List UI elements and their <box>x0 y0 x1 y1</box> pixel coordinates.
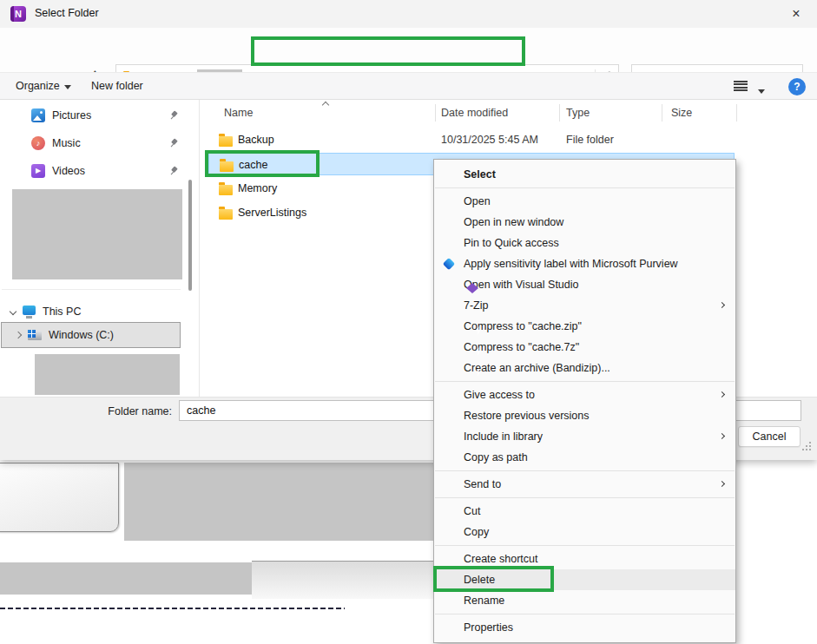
column-header-size[interactable]: Size <box>671 103 692 122</box>
background-dashed-line <box>0 608 345 609</box>
menu-item-copy-as-path[interactable]: Copy as path <box>434 447 735 468</box>
chevron-collapsed-icon <box>15 332 22 338</box>
sidebar-scrollbar[interactable] <box>188 180 192 291</box>
help-button[interactable]: ? <box>788 78 806 95</box>
menu-separator <box>435 381 735 382</box>
menu-item-label: 7-Zip <box>464 299 488 312</box>
menu-item-compress-zip[interactable]: Compress to "cache.zip" <box>434 316 735 337</box>
menu-item-label: Apply sensitivity label with Microsoft P… <box>464 258 678 270</box>
menu-item-include-in-library[interactable]: Include in library <box>434 426 735 447</box>
menu-item-restore-previous-versions[interactable]: Restore previous versions <box>434 405 735 426</box>
sidebar-item-windows-c[interactable]: Windows (C:) <box>1 322 181 348</box>
menu-item-label: Pin to Quick access <box>464 237 559 249</box>
command-toolbar: Organize New folder ? <box>0 72 817 100</box>
menu-item-cut[interactable]: Cut <box>434 501 735 522</box>
background-window-surface <box>252 561 433 599</box>
column-header-type[interactable]: Type <box>566 103 590 122</box>
column-divider[interactable] <box>662 104 662 122</box>
menu-item-create-shortcut[interactable]: Create shortcut <box>434 549 735 569</box>
menu-item-label: Properties <box>464 621 513 634</box>
sidebar-item-music[interactable]: ♪ Music <box>0 131 184 155</box>
menu-item-properties[interactable]: Properties <box>434 617 735 638</box>
folder-name-label: Folder name: <box>83 401 172 422</box>
menu-item-open-in-new-window[interactable]: Open in new window <box>434 212 735 233</box>
folder-icon <box>219 209 233 220</box>
menu-item-send-to[interactable]: Send to <box>434 474 735 495</box>
pictures-icon <box>31 108 45 122</box>
submenu-arrow-icon <box>719 302 725 308</box>
file-name: Memory <box>238 177 277 200</box>
menu-item-pin-to-quick-access[interactable]: Pin to Quick access <box>434 233 735 253</box>
menu-item-label: Open in new window <box>464 216 563 228</box>
redacted-block <box>0 562 252 595</box>
menu-item-create-archive-bandizip[interactable]: Create an archive (Bandizip)... <box>434 358 735 378</box>
change-view-icon[interactable] <box>734 81 748 92</box>
close-icon[interactable]: × <box>782 3 810 25</box>
menu-separator <box>435 497 735 498</box>
music-icon: ♪ <box>31 136 45 150</box>
organize-label: Organize <box>16 80 60 92</box>
menu-item-label: Create shortcut <box>464 553 537 565</box>
menu-item-label: Give access to <box>464 389 535 401</box>
menu-item-label: Compress to "cache.zip" <box>464 320 582 332</box>
sidebar-item-this-pc[interactable]: This PC <box>0 299 184 324</box>
menu-item-give-access-to[interactable]: Give access to <box>434 384 735 405</box>
submenu-arrow-icon <box>719 481 725 487</box>
file-name: cache <box>239 154 267 176</box>
menu-item-label: Create an archive (Bandizip)... <box>464 362 610 374</box>
sidebar-item-label: Music <box>52 137 81 149</box>
redacted-block <box>12 189 182 279</box>
folder-icon <box>220 161 234 172</box>
column-divider[interactable] <box>435 104 436 122</box>
file-row-backup[interactable]: Backup 10/31/2025 5:45 AM File folder <box>208 128 735 151</box>
menu-separator <box>435 470 735 471</box>
onenote-icon: N <box>10 6 26 22</box>
menu-item-label: Open <box>464 195 491 207</box>
divider <box>199 100 200 397</box>
column-header-name[interactable]: Name <box>224 103 253 122</box>
new-folder-label: New folder <box>91 80 143 92</box>
menu-item-compress-7z[interactable]: Compress to "cache.7z" <box>434 337 735 358</box>
file-name: Backup <box>238 128 274 151</box>
title-bar: N Select Folder × <box>0 0 817 28</box>
redacted-block <box>124 463 433 541</box>
resize-grip[interactable] <box>802 449 804 450</box>
pin-icon <box>167 136 181 151</box>
menu-item-rename[interactable]: Rename <box>434 590 735 611</box>
this-pc-icon <box>23 306 36 315</box>
organize-button[interactable]: Organize <box>16 73 71 99</box>
menu-item-open-with-visual-studio[interactable]: Open with Visual Studio <box>434 274 735 295</box>
menu-item-7zip[interactable]: 7-Zip <box>434 295 735 316</box>
navigation-bar: ← → ↑ « Users AppData Local Microsoft On… <box>0 28 817 72</box>
menu-item-delete[interactable]: Delete <box>434 569 735 590</box>
menu-separator <box>435 545 735 546</box>
purview-icon <box>443 258 455 270</box>
file-name: ServerListings <box>238 201 306 224</box>
menu-item-select[interactable]: Select <box>434 164 735 185</box>
sidebar-item-videos[interactable]: ▶ Videos <box>0 159 184 183</box>
sidebar-item-label: Videos <box>52 165 85 177</box>
view-options-button[interactable] <box>754 84 765 96</box>
menu-separator <box>435 614 735 614</box>
menu-item-label: Compress to "cache.7z" <box>464 341 579 353</box>
chevron-expanded-icon <box>10 308 16 315</box>
column-divider[interactable] <box>559 104 560 122</box>
sidebar-item-label: Windows (C:) <box>49 329 114 341</box>
folder-icon <box>219 136 233 147</box>
menu-item-label: Open with Visual Studio <box>464 279 579 291</box>
screen: N Select Folder × ← → ↑ « Users AppData … <box>0 0 817 644</box>
sidebar-item-pictures[interactable]: Pictures <box>0 103 184 128</box>
drive-icon <box>28 331 42 340</box>
menu-item-apply-sensitivity-label[interactable]: Apply sensitivity label with Microsoft P… <box>434 253 735 274</box>
column-divider[interactable] <box>736 104 737 122</box>
column-header-date-modified[interactable]: Date modified <box>441 103 508 122</box>
submenu-arrow-icon <box>719 391 725 398</box>
caret-down-icon <box>758 89 765 94</box>
new-folder-button[interactable]: New folder <box>91 73 143 99</box>
menu-item-label: Send to <box>464 478 501 490</box>
folder-icon <box>219 185 233 195</box>
file-date-modified: 10/31/2025 5:45 AM <box>441 128 538 151</box>
cancel-button[interactable]: Cancel <box>738 426 801 447</box>
menu-item-open[interactable]: Open <box>434 191 735 212</box>
menu-item-copy[interactable]: Copy <box>434 522 735 542</box>
